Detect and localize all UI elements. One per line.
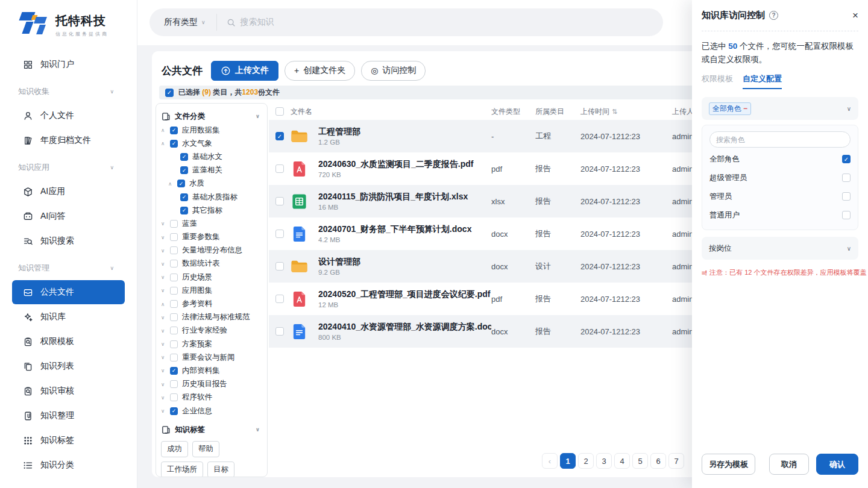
page-button[interactable]: 4 bbox=[614, 453, 630, 469]
tree-caret-icon[interactable]: ∨ bbox=[161, 341, 170, 347]
tree-node[interactable]: ∨历史项目报告 bbox=[161, 378, 262, 391]
save-as-template-button[interactable]: 另存为模板 bbox=[702, 454, 755, 475]
knowledge-tag[interactable]: 目标 bbox=[207, 461, 234, 477]
close-icon[interactable]: × bbox=[852, 10, 858, 20]
tree-caret-icon[interactable]: ∨ bbox=[161, 381, 170, 387]
tree-node-checkbox[interactable] bbox=[170, 313, 178, 321]
tree-node-checkbox[interactable]: ✓ bbox=[170, 407, 178, 415]
knowledge-tag[interactable]: 成功 bbox=[161, 441, 188, 457]
tree-node-checkbox[interactable] bbox=[170, 260, 178, 267]
create-folder-button[interactable]: + 创建文件夹 bbox=[285, 61, 355, 81]
role-search-input[interactable] bbox=[716, 136, 844, 144]
tree-node[interactable]: ∧✓水文气象 bbox=[161, 137, 262, 150]
tree-node[interactable]: ✓基础水质指标 bbox=[161, 190, 262, 204]
select-all-checkbox[interactable] bbox=[275, 107, 284, 116]
sidebar-item[interactable]: 知识分类 bbox=[12, 453, 125, 477]
role-option[interactable]: 管理员 bbox=[709, 189, 851, 204]
role-option[interactable]: 全部角色✓ bbox=[709, 152, 851, 166]
file-name[interactable]: 20240630_水质监测项目_二季度报告.pdf bbox=[318, 159, 491, 169]
tree-node-checkbox[interactable]: ✓ bbox=[180, 193, 188, 201]
tree-node-checkbox[interactable] bbox=[170, 354, 178, 361]
tree-node-checkbox[interactable] bbox=[170, 300, 178, 308]
row-checkbox[interactable] bbox=[275, 164, 284, 173]
sidebar-item[interactable]: 知识审核 bbox=[12, 379, 125, 403]
col-uploadtime[interactable]: 上传时间⇅ bbox=[580, 107, 672, 117]
cancel-button[interactable]: 取消 bbox=[769, 454, 809, 475]
drawer-tab[interactable]: 权限模板 bbox=[702, 74, 733, 89]
tree-caret-icon[interactable]: ∨ bbox=[161, 368, 170, 374]
tree-caret-icon[interactable]: ∨ bbox=[161, 274, 170, 280]
role-option-checkbox[interactable] bbox=[842, 192, 851, 201]
tree-node-checkbox[interactable] bbox=[170, 274, 178, 281]
help-icon[interactable]: ? bbox=[769, 11, 778, 20]
tree-node-checkbox[interactable] bbox=[170, 380, 178, 388]
role-chip[interactable]: 全部角色 − bbox=[709, 102, 751, 115]
tree-node-checkbox[interactable]: ✓ bbox=[180, 153, 188, 161]
tree-caret-icon[interactable]: ∨ bbox=[161, 234, 170, 240]
page-button[interactable]: 3 bbox=[596, 453, 612, 469]
tree-caret-icon[interactable]: ∨ bbox=[161, 395, 170, 401]
file-name[interactable]: 20240410_水资源管理部_水资源调度方案.doc bbox=[318, 322, 491, 331]
tree-node-checkbox[interactable]: ✓ bbox=[170, 140, 178, 148]
tree-node-checkbox[interactable]: ✓ bbox=[170, 367, 178, 375]
tags-header[interactable]: 知识标签 ∨ bbox=[161, 422, 262, 437]
remove-chip-icon[interactable]: − bbox=[743, 104, 747, 113]
role-option-checkbox[interactable] bbox=[842, 174, 851, 182]
page-button[interactable]: 2 bbox=[578, 453, 594, 469]
tree-node-checkbox[interactable]: ✓ bbox=[177, 180, 185, 187]
tree-node[interactable]: ∧参考资料 bbox=[161, 297, 262, 310]
sidebar-item[interactable]: 年度归档文件 bbox=[12, 128, 125, 152]
sidebar-item[interactable]: 公共文件 bbox=[12, 280, 125, 304]
tree-node-checkbox[interactable]: ✓ bbox=[170, 127, 178, 134]
tree-node[interactable]: ✓蓝藻相关 bbox=[161, 164, 262, 177]
knowledge-tag[interactable]: 帮助 bbox=[192, 441, 219, 457]
confirm-button[interactable]: 确认 bbox=[816, 454, 858, 475]
tree-node[interactable]: ∨方案预案 bbox=[161, 337, 262, 351]
sidebar-item[interactable]: 知识列表 bbox=[12, 354, 125, 378]
tree-caret-icon[interactable]: ∧ bbox=[168, 181, 177, 187]
position-section-header[interactable]: 按岗位 ∨ bbox=[702, 237, 858, 260]
access-control-button[interactable]: ◎ 访问控制 bbox=[361, 61, 426, 81]
tree-node[interactable]: ∨重要会议与新闻 bbox=[161, 351, 262, 364]
sidebar-item[interactable]: 知识整理 bbox=[12, 404, 125, 428]
sidebar-section[interactable]: 知识应用∨ bbox=[0, 156, 137, 179]
row-checkbox[interactable] bbox=[275, 262, 284, 271]
tree-node-checkbox[interactable] bbox=[170, 233, 178, 241]
tree-caret-icon[interactable]: ∨ bbox=[161, 314, 170, 321]
page-button[interactable]: 6 bbox=[650, 453, 666, 469]
tree-caret-icon[interactable]: ∧ bbox=[161, 127, 170, 133]
page-button[interactable]: 5 bbox=[632, 453, 648, 469]
tree-node[interactable]: ∨✓内部资料集 bbox=[161, 364, 262, 377]
tree-node[interactable]: ∨矢量地理分布信息 bbox=[161, 244, 262, 257]
tree-node[interactable]: ∨数据统计表 bbox=[161, 257, 262, 271]
tree-node-checkbox[interactable] bbox=[170, 393, 178, 401]
sidebar-item[interactable]: AI应用 bbox=[12, 180, 125, 204]
role-option-checkbox[interactable] bbox=[842, 211, 851, 219]
sidebar-item[interactable]: 个人文件 bbox=[12, 104, 125, 128]
upload-file-button[interactable]: 上传文件 bbox=[211, 61, 278, 81]
sidebar-item[interactable]: 知识门户 bbox=[12, 52, 125, 77]
tree-node[interactable]: ✓其它指标 bbox=[161, 204, 262, 217]
sidebar-item[interactable]: 知识搜索 bbox=[12, 229, 125, 253]
search-input[interactable]: 搜索知识 bbox=[241, 17, 274, 28]
tree-node-checkbox[interactable] bbox=[170, 287, 178, 295]
tree-caret-icon[interactable]: ∨ bbox=[161, 248, 170, 254]
tree-node[interactable]: ∨行业专家经验 bbox=[161, 324, 262, 337]
row-checkbox[interactable] bbox=[275, 230, 284, 238]
file-name[interactable]: 设计管理部 bbox=[318, 257, 491, 266]
tree-node[interactable]: ∨重要参数集 bbox=[161, 231, 262, 244]
tree-node[interactable]: ∨程序软件 bbox=[161, 391, 262, 404]
tree-node-checkbox[interactable]: ✓ bbox=[180, 207, 188, 214]
knowledge-tag[interactable]: 工作场所 bbox=[161, 461, 203, 477]
tree-caret-icon[interactable]: ∨ bbox=[161, 354, 170, 360]
tree-caret-icon[interactable]: ∨ bbox=[161, 221, 170, 227]
tree-node[interactable]: ∨法律法规与标准规范 bbox=[161, 311, 262, 324]
type-filter-dropdown[interactable]: 所有类型 ∨ bbox=[149, 17, 216, 28]
tree-caret-icon[interactable]: ∧ bbox=[161, 301, 170, 307]
tree-node-checkbox[interactable] bbox=[170, 327, 178, 334]
tree-node[interactable]: ✓基础水文 bbox=[161, 150, 262, 163]
role-option[interactable]: 普通用户 bbox=[709, 208, 851, 222]
file-name[interactable]: 20240115_防洪防汛项目_年度计划.xlsx bbox=[318, 192, 491, 201]
tree-node[interactable]: ∨✓企业信息 bbox=[161, 404, 262, 418]
selection-checkbox[interactable]: ✓ bbox=[165, 89, 174, 97]
